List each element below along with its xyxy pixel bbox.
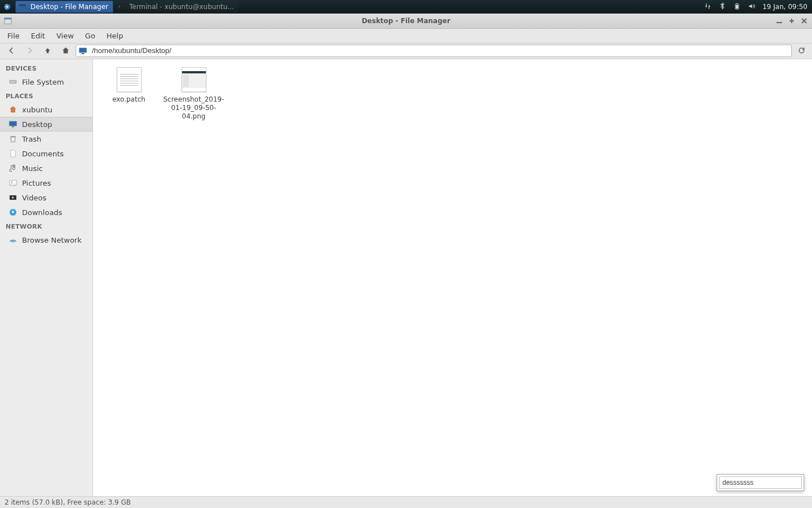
svg-rect-16: [9, 121, 16, 126]
sidebar-item-documents[interactable]: Documents: [0, 146, 92, 161]
menu-edit[interactable]: Edit: [26, 30, 50, 42]
location-input[interactable]: [91, 46, 789, 55]
svg-point-1: [6, 6, 8, 8]
desktop-icon: [78, 46, 87, 55]
menu-help[interactable]: Help: [102, 30, 129, 42]
sidebar-item-label: Browse Network: [22, 236, 82, 244]
toolbar: [0, 43, 812, 59]
image-file-icon: [182, 67, 206, 92]
location-bar[interactable]: [76, 45, 792, 57]
back-button[interactable]: [3, 45, 19, 57]
svg-point-20: [11, 181, 13, 183]
videos-icon: [8, 193, 17, 202]
file-name: exo.patch: [112, 95, 145, 104]
maximize-button[interactable]: [788, 17, 795, 24]
svg-rect-4: [118, 4, 125, 9]
icon-view[interactable]: exo.patch Screenshot_2019-01-19_09-50-04…: [93, 59, 812, 496]
menu-file[interactable]: File: [2, 30, 25, 42]
svg-rect-25: [182, 71, 206, 73]
sidebar-item-trash[interactable]: Trash: [0, 132, 92, 146]
file-item[interactable]: Screenshot_2019-01-19_09-50-04.png: [161, 64, 226, 124]
sidebar-item-label: Videos: [22, 194, 46, 202]
svg-rect-17: [12, 126, 14, 127]
menu-view[interactable]: View: [51, 30, 79, 42]
window-title: Desktop - File Manager: [0, 17, 812, 25]
sidebar-item-browse-network[interactable]: Browse Network: [0, 233, 92, 247]
up-button[interactable]: [39, 45, 55, 57]
sidebar-item-label: Downloads: [22, 208, 62, 217]
sidebar-item-downloads[interactable]: Downloads: [0, 205, 92, 220]
sidebar-item-desktop[interactable]: Desktop: [0, 117, 92, 132]
sidebar-item-label: Documents: [22, 150, 64, 158]
drive-icon: [8, 77, 17, 86]
text-file-icon: [117, 67, 142, 92]
top-panel: Desktop - File Manager Terminal - xubunt…: [0, 0, 812, 14]
sidebar-header-places: PLACES: [0, 89, 92, 102]
doc-icon: [8, 149, 17, 158]
sidebar-item-filesystem[interactable]: File System: [0, 75, 92, 89]
sidebar-item-label: Music: [22, 164, 43, 173]
sidebar: DEVICES File System PLACES xubuntu Deskt…: [0, 59, 93, 496]
desktop-icon: [8, 120, 17, 129]
type-ahead-input[interactable]: [719, 476, 802, 489]
menubar: File Edit View Go Help: [0, 29, 812, 43]
window-menu-icon[interactable]: [3, 16, 12, 25]
menu-go[interactable]: Go: [80, 30, 100, 42]
taskbar-item-label: Terminal - xubuntu@xubuntu...: [129, 3, 234, 11]
network-icon: [8, 235, 17, 244]
sidebar-item-label: xubuntu: [22, 106, 52, 114]
titlebar[interactable]: Desktop - File Manager: [0, 14, 812, 29]
download-icon: [8, 208, 17, 217]
svg-rect-26: [183, 75, 189, 87]
whisker-menu-button[interactable]: [0, 0, 15, 14]
battery-icon[interactable]: [733, 2, 741, 12]
sidebar-item-pictures[interactable]: Pictures: [0, 176, 92, 190]
file-manager-icon: [18, 2, 27, 11]
close-button[interactable]: [801, 17, 807, 24]
svg-rect-6: [736, 3, 738, 3]
sidebar-item-videos[interactable]: Videos: [0, 190, 92, 205]
svg-rect-18: [10, 136, 15, 137]
type-ahead-search[interactable]: [717, 474, 804, 491]
svg-point-23: [12, 242, 14, 243]
music-icon: [8, 164, 17, 173]
status-text: 2 items (57.0 kB), Free space: 3.9 GB: [5, 498, 131, 506]
forward-button[interactable]: [21, 45, 37, 57]
taskbar-item-terminal[interactable]: Terminal - xubuntu@xubuntu...: [114, 1, 239, 13]
file-name: Screenshot_2019-01-19_09-50-04.png: [163, 95, 225, 121]
taskbar-item-file-manager[interactable]: Desktop - File Manager: [15, 1, 113, 13]
svg-rect-11: [79, 47, 86, 52]
svg-rect-7: [736, 5, 738, 8]
pictures-icon: [8, 178, 17, 187]
home-icon: [8, 105, 17, 114]
status-bar: 2 items (57.0 kB), Free space: 3.9 GB: [0, 496, 812, 508]
terminal-icon: [117, 2, 126, 11]
svg-rect-3: [19, 5, 26, 6]
system-tray: 19 Jan, 09:50: [699, 2, 812, 12]
sidebar-item-music[interactable]: Music: [0, 161, 92, 176]
sidebar-item-label: Desktop: [22, 120, 52, 129]
file-manager-window: Desktop - File Manager File Edit View Go…: [0, 14, 812, 508]
sidebar-item-home[interactable]: xubuntu: [0, 102, 92, 117]
main-area: DEVICES File System PLACES xubuntu Deskt…: [0, 59, 812, 496]
file-item[interactable]: exo.patch: [96, 64, 161, 124]
bluetooth-icon[interactable]: [718, 2, 726, 12]
taskbar-item-label: Desktop - File Manager: [30, 3, 108, 11]
svg-point-15: [15, 81, 15, 82]
reload-button[interactable]: [794, 46, 809, 55]
network-icon[interactable]: [704, 2, 712, 12]
minimize-button[interactable]: [776, 17, 783, 24]
sidebar-header-devices: DEVICES: [0, 62, 92, 75]
svg-rect-10: [776, 22, 782, 23]
sidebar-item-label: File System: [22, 78, 64, 86]
sidebar-item-label: Pictures: [22, 179, 51, 187]
trash-icon: [8, 134, 17, 143]
svg-rect-12: [82, 53, 84, 54]
svg-rect-13: [81, 54, 85, 54]
clock[interactable]: 19 Jan, 09:50: [762, 3, 807, 11]
sidebar-header-network: NETWORK: [0, 220, 92, 233]
sidebar-item-label: Trash: [22, 135, 41, 143]
svg-rect-9: [5, 18, 11, 20]
volume-icon[interactable]: [748, 2, 756, 12]
home-button[interactable]: [58, 45, 73, 57]
